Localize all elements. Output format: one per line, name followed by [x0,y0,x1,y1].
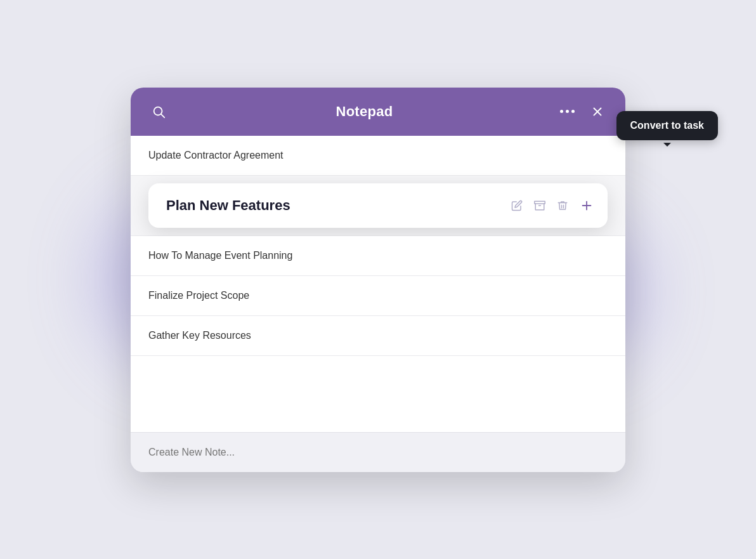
more-options-button[interactable] [560,110,575,113]
close-icon [590,105,604,119]
notepad-header: Notepad [131,88,625,136]
note-item-3[interactable]: How To Manage Event Planning [131,236,625,276]
svg-line-1 [161,114,164,117]
notepad-card: Notepad Update Contractor Agreement [131,88,625,472]
selected-note-title: Plan New Features [166,197,290,214]
close-button[interactable] [587,102,608,122]
archive-note-button[interactable] [534,200,545,211]
plus-icon [580,199,594,213]
svg-rect-4 [535,201,545,204]
dot-1 [560,110,563,113]
trash-icon [557,200,568,211]
create-note-area [131,432,625,472]
dot-3 [571,110,575,113]
search-icon [152,105,166,119]
selected-note-wrapper: Plan New Features [131,176,625,236]
selected-note-card[interactable]: Plan New Features [148,183,608,228]
create-note-input[interactable] [148,447,608,458]
delete-note-button[interactable] [557,200,568,211]
tooltip-text: Convert to task [630,120,704,131]
note-item-text-5: Gather Key Resources [148,330,251,341]
archive-icon [534,200,545,211]
add-to-note-button[interactable] [580,199,594,213]
empty-space [131,356,625,432]
edit-note-button[interactable] [511,200,523,211]
notes-list: Update Contractor Agreement Plan New Fea… [131,136,625,432]
convert-to-task-tooltip: Convert to task [616,111,718,140]
note-actions-group [511,199,594,213]
notepad-title: Notepad [336,103,393,120]
note-item-text-3: How To Manage Event Planning [148,250,292,261]
dot-2 [566,110,569,113]
note-item-text-4: Finalize Project Scope [148,290,249,301]
note-item-5[interactable]: Gather Key Resources [131,316,625,356]
note-item-1[interactable]: Update Contractor Agreement [131,136,625,176]
note-item-4[interactable]: Finalize Project Scope [131,276,625,316]
note-item-text-1: Update Contractor Agreement [148,150,284,161]
search-button[interactable] [148,102,169,122]
pencil-icon [511,200,523,211]
